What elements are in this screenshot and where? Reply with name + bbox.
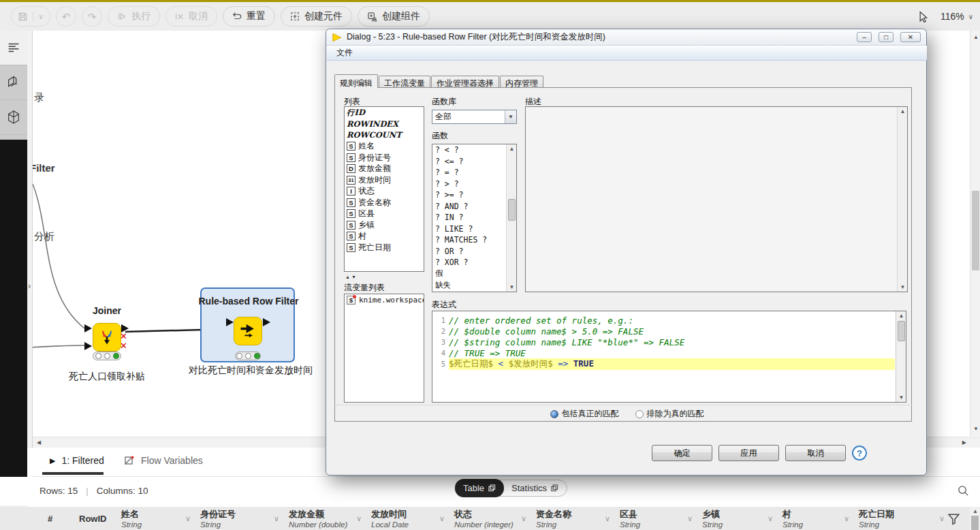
radio-unselected-icon[interactable] <box>635 410 644 418</box>
sort-chevron-icon[interactable]: ∨ <box>605 514 610 523</box>
scroll-up-arrow[interactable]: ▲ <box>898 108 908 114</box>
zoom-control[interactable]: 116% ∨ <box>941 11 973 22</box>
scroll-up-arrow[interactable]: ▲ <box>896 313 906 319</box>
create-component-button[interactable]: 创建组件 <box>358 6 430 27</box>
column-list-item[interactable]: 31发放时间 <box>345 174 424 186</box>
scroll-right-arrow[interactable]: ▶ <box>962 440 966 446</box>
cancel-button[interactable]: 取消 <box>785 445 846 461</box>
scrollbar-thumb[interactable] <box>898 321 905 341</box>
scrollbar-thumb[interactable] <box>508 199 516 221</box>
sidebar-item-workflows[interactable] <box>0 65 27 100</box>
scroll-down-arrow[interactable]: ▼ <box>507 284 517 290</box>
function-item[interactable]: ? XOR ? <box>432 257 506 268</box>
function-item[interactable]: 缺失 <box>432 279 506 291</box>
rule-based-row-filter-node[interactable] <box>234 317 262 345</box>
splitter[interactable]: ▲ ▼ <box>344 273 424 280</box>
table-column-header[interactable]: 死亡日期String∨ <box>853 507 949 530</box>
table-column-header[interactable]: # <box>42 507 74 530</box>
dropdown-arrow-icon[interactable]: ▼ <box>505 110 516 123</box>
splitter-up-icon[interactable]: ▲ <box>345 275 350 279</box>
joiner-node[interactable] <box>93 323 121 352</box>
column-list-item[interactable]: S区县 <box>345 208 424 220</box>
joiner-input-port-2[interactable] <box>84 342 92 350</box>
row-variable-item[interactable]: ROWCOUNT <box>345 129 424 141</box>
cursor-pointer-icon[interactable] <box>918 11 930 22</box>
sidebar-item-nodes[interactable] <box>0 100 27 135</box>
menu-file[interactable]: 文件 <box>332 46 357 60</box>
include-matches-option[interactable]: 包括真正的匹配 <box>550 408 619 420</box>
apply-button[interactable]: 应用 <box>718 445 779 461</box>
splitter-down-icon[interactable]: ▼ <box>351 275 356 279</box>
canvas-vertical-scrollbar[interactable]: ▲ ▼ <box>970 31 980 436</box>
joiner-node-caption[interactable]: 死亡人口领取补贴 <box>69 371 145 383</box>
close-button[interactable]: ✕ <box>900 32 921 42</box>
expression-line[interactable]: 2// $double column name$ > 5.0 => FALSE <box>432 326 895 337</box>
column-list-item[interactable]: S村 <box>345 231 424 243</box>
filter-node-caption[interactable]: 对比死亡时间和资金发放时间 <box>189 364 313 377</box>
table-column-header[interactable]: 发放金额Number (double)∨ <box>283 507 366 530</box>
function-item[interactable]: ? = ? <box>432 167 506 178</box>
expression-editor[interactable]: 1// enter ordered set of rules, e.g.:2//… <box>432 311 906 403</box>
expression-line[interactable]: 5$死亡日期$ < $发放时间$ => TRUE <box>432 358 895 369</box>
expression-line[interactable]: 3// $string column name$ LIKE "*blue*" =… <box>432 337 895 347</box>
create-metanode-button[interactable]: 创建元件 <box>281 6 352 27</box>
exclude-matches-option[interactable]: 排除为真的匹配 <box>635 408 704 420</box>
table-column-header[interactable]: 乡镇String∨ <box>697 507 777 530</box>
table-column-header[interactable]: 状态Number (integer)∨ <box>449 507 531 530</box>
function-item[interactable]: ? AND ? <box>432 201 506 213</box>
sort-chevron-icon[interactable]: ∨ <box>274 514 279 523</box>
maximize-button[interactable]: □ <box>879 32 894 42</box>
sort-chevron-icon[interactable]: ∨ <box>185 514 191 523</box>
table-column-header[interactable]: 村String∨ <box>777 507 853 530</box>
column-list-item[interactable]: S死亡日期 <box>345 242 424 253</box>
sort-chevron-icon[interactable]: ∨ <box>521 514 526 523</box>
reset-button[interactable]: 重置 <box>223 6 275 27</box>
function-item[interactable]: ? IN ? <box>432 212 506 223</box>
toggle-table-view[interactable]: Table <box>455 479 504 497</box>
scroll-down-arrow[interactable]: ▼ <box>896 394 906 401</box>
scroll-up-arrow[interactable]: ▲ <box>507 146 517 152</box>
column-list-item[interactable]: S身份证号 <box>345 152 424 163</box>
table-column-header[interactable]: 区县String∨ <box>614 507 697 530</box>
dialog-tab[interactable]: 作业管理器选择 <box>431 76 499 88</box>
table-column-header[interactable]: 资金名称String∨ <box>531 507 614 530</box>
ok-button[interactable]: 确定 <box>652 445 712 461</box>
scrollbar-thumb[interactable] <box>971 516 979 530</box>
dialog-tab[interactable]: 内存管理 <box>500 76 543 88</box>
scroll-up-arrow[interactable]: ▲ <box>973 35 979 40</box>
table-column-header[interactable]: 身份证号String∨ <box>195 507 283 530</box>
function-item[interactable]: ? >= ? <box>432 189 506 201</box>
help-button[interactable]: ? <box>852 446 867 461</box>
tab-filtered[interactable]: ▶ 1: Filtered <box>50 455 104 466</box>
function-item[interactable]: ? LIKE ? <box>432 223 506 235</box>
filter-input-port[interactable] <box>226 318 234 326</box>
column-list-item[interactable]: S乡镇 <box>345 219 424 231</box>
filter-funnel-icon[interactable] <box>947 512 961 526</box>
sort-chevron-icon[interactable]: ∨ <box>439 514 445 523</box>
dialog-tab[interactable]: 工作流变量 <box>379 76 430 88</box>
table-vertical-scrollbar[interactable]: ▲ <box>970 507 980 530</box>
description-scrollbar[interactable]: ▲ ▼ <box>897 107 907 292</box>
function-list-scrollbar[interactable]: ▲ ▼ <box>506 144 516 292</box>
function-item[interactable]: ? <= ? <box>432 156 506 168</box>
column-list-item[interactable]: S资金名称 <box>345 197 424 208</box>
undo-button[interactable]: ↶ <box>56 6 76 27</box>
save-button[interactable]: ∨ <box>11 6 50 27</box>
sort-chevron-icon[interactable]: ∨ <box>687 514 693 523</box>
execute-button[interactable]: 执行 <box>108 6 160 27</box>
dialog-tab[interactable]: 规则编辑 <box>334 74 378 88</box>
sort-chevron-icon[interactable]: ∨ <box>844 514 849 523</box>
sort-chevron-icon[interactable]: ∨ <box>768 514 773 523</box>
scrollbar-thumb[interactable] <box>972 191 979 270</box>
radio-selected-icon[interactable] <box>550 410 558 418</box>
function-item[interactable]: ? OR ? <box>432 246 506 258</box>
expression-line[interactable]: 1// enter ordered set of rules, e.g.: <box>432 315 895 326</box>
search-icon[interactable] <box>957 484 970 497</box>
expression-line[interactable]: 4// TRUE => TRUE <box>432 347 895 358</box>
expand-panel-arrow[interactable]: › <box>28 281 31 291</box>
row-variable-item[interactable]: 行ID <box>345 107 424 119</box>
function-item[interactable]: ? < ? <box>432 144 506 156</box>
table-column-header[interactable]: 发放时间Local Date∨ <box>366 507 449 530</box>
tab-flow-variables[interactable]: Flow Variables <box>124 455 203 466</box>
scroll-down-arrow[interactable]: ▼ <box>973 426 979 432</box>
